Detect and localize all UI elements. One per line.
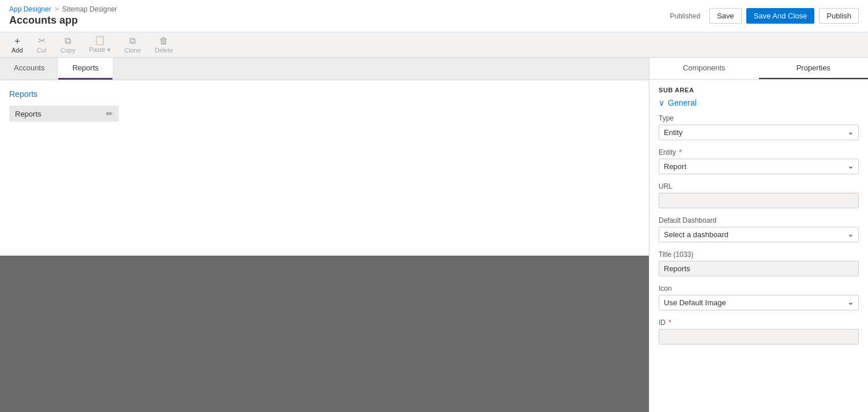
section-header: SUB AREA [659,87,859,93]
entity-select[interactable]: Report Account Contact Lead [659,159,859,174]
save-button[interactable]: Save [709,8,742,24]
field-entity: Entity * Report Account Contact Lead [659,148,859,174]
paste-button[interactable]: 📋 Paste ▾ [82,33,117,56]
copy-button[interactable]: ⧉ Copy [54,34,82,56]
default-dashboard-label: Default Dashboard [659,216,859,224]
published-status: Published [670,12,700,20]
field-title: Title (1033) [659,250,859,276]
id-label: ID * [659,319,859,327]
app-header: App Designer > Sitemap Designer Accounts… [9,5,117,27]
canvas: Accounts Reports Reports Reports ✏ [0,58,649,412]
edit-icon[interactable]: ✏ [106,109,113,118]
clone-label: Clone [125,47,141,54]
canvas-tabs: Accounts Reports [0,58,649,80]
publish-button[interactable]: Publish [819,8,859,24]
tab-components[interactable]: Components [649,58,759,79]
cut-label: Cut [37,47,47,54]
type-select-wrapper: Entity URL Web Resource Custom [659,125,859,140]
top-bar: App Designer > Sitemap Designer Accounts… [0,0,868,32]
main-container: Accounts Reports Reports Reports ✏ Compo… [0,58,868,412]
icon-select[interactable]: Use Default Image Custom [659,295,859,310]
add-label: Add [12,47,23,54]
save-close-button[interactable]: Save And Close [746,8,815,24]
general-section-header: ∨ General [659,98,859,107]
default-dashboard-select[interactable]: Select a dashboard [659,227,859,242]
default-dashboard-select-wrapper: Select a dashboard [659,227,859,242]
url-input[interactable] [659,193,859,208]
panel-body: SUB AREA ∨ General Type Entity URL Web R… [649,80,868,412]
id-required-mark: * [668,319,671,327]
collapse-toggle-icon[interactable]: ∨ [659,98,664,107]
title-input[interactable] [659,261,859,276]
copy-label: Copy [61,47,76,54]
field-id: ID * [659,319,859,344]
canvas-gray-area [0,256,649,413]
tab-accounts[interactable]: Accounts [0,58,58,80]
paste-icon: 📋 [94,36,106,45]
tab-properties[interactable]: Properties [759,58,869,79]
field-icon: Icon Use Default Image Custom [659,284,859,310]
delete-button[interactable]: 🗑 Delete [148,34,180,56]
entity-select-wrapper: Report Account Contact Lead [659,159,859,174]
general-section-label: General [668,98,697,107]
right-panel: Components Properties SUB AREA ∨ General… [649,58,868,412]
copy-icon: ⧉ [65,36,71,46]
breadcrumb: App Designer > Sitemap Designer [9,5,117,13]
cut-button[interactable]: ✂ Cut [30,34,54,56]
canvas-content: Reports Reports ✏ [0,80,649,256]
delete-icon: 🗑 [159,36,168,46]
panel-tabs: Components Properties [649,58,868,80]
sub-area-item[interactable]: Reports ✏ [9,106,119,122]
breadcrumb-parent[interactable]: App Designer [9,5,51,13]
field-url: URL [659,182,859,208]
type-label: Type [659,114,859,122]
breadcrumb-current: Sitemap Designer [62,5,117,13]
delete-label: Delete [155,47,173,54]
add-icon: ＋ [13,36,22,46]
sub-area-label: Reports [15,110,42,118]
add-button[interactable]: ＋ Add [5,34,30,56]
field-default-dashboard: Default Dashboard Select a dashboard [659,216,859,242]
clone-icon: ⧉ [129,36,136,46]
icon-select-wrapper: Use Default Image Custom [659,295,859,310]
field-type: Type Entity URL Web Resource Custom [659,114,859,140]
cut-icon: ✂ [38,36,46,46]
entity-required-mark: * [679,148,682,156]
clone-button[interactable]: ⧉ Clone [118,34,148,56]
type-select[interactable]: Entity URL Web Resource Custom [659,125,859,140]
top-bar-actions: Published Save Save And Close Publish [670,8,859,24]
page-title: Accounts app [9,14,117,27]
paste-label: Paste ▾ [89,46,110,54]
id-input[interactable] [659,329,859,344]
group-label: Reports [9,89,640,99]
url-label: URL [659,182,859,190]
command-bar: ＋ Add ✂ Cut ⧉ Copy 📋 Paste ▾ ⧉ Clone 🗑 D… [0,32,868,58]
entity-label: Entity * [659,148,859,156]
icon-label: Icon [659,284,859,293]
title-label: Title (1033) [659,250,859,259]
tab-reports[interactable]: Reports [58,58,112,80]
breadcrumb-separator: > [55,5,59,13]
